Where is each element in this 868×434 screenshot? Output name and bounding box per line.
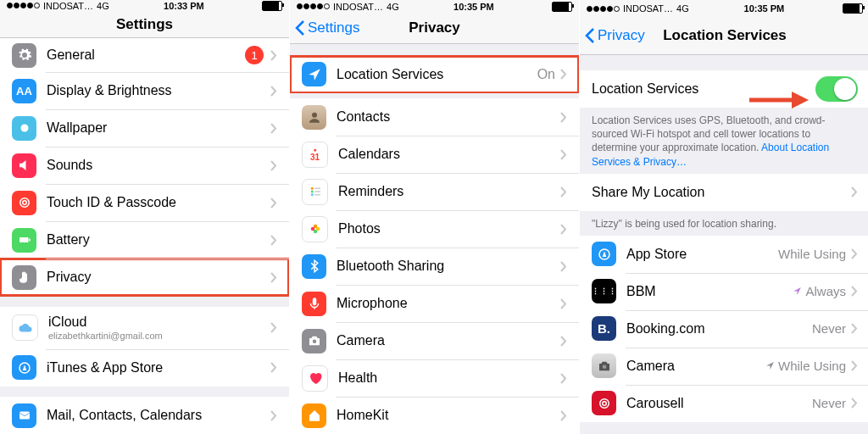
nav-title: Settings bbox=[116, 16, 173, 33]
back-label: Settings bbox=[308, 19, 359, 36]
camera-app-icon bbox=[592, 353, 616, 378]
svg-point-19 bbox=[312, 340, 316, 344]
row-value: Never bbox=[812, 396, 846, 410]
row-label: iTunes & App Store bbox=[47, 360, 270, 376]
cloud-icon bbox=[12, 314, 38, 341]
row-icloud[interactable]: iCloud elizabethkartini@gmail.com bbox=[0, 307, 289, 349]
svg-point-17 bbox=[310, 227, 314, 231]
row-label: Contacts bbox=[337, 109, 560, 125]
row-app-camera[interactable]: Camera While Using bbox=[580, 348, 868, 385]
battery-icon bbox=[262, 1, 282, 11]
row-location-toggle: Location Services bbox=[580, 70, 868, 108]
row-label: General bbox=[47, 47, 245, 63]
row-label: Calendars bbox=[338, 147, 560, 162]
camera-icon bbox=[302, 329, 326, 353]
chevron-right-icon bbox=[270, 410, 277, 421]
chevron-right-icon bbox=[560, 186, 567, 198]
home-icon bbox=[302, 403, 326, 428]
carrier-label: INDOSAT… bbox=[623, 3, 673, 14]
location-toggle[interactable] bbox=[815, 76, 858, 102]
svg-rect-11 bbox=[314, 188, 320, 190]
chevron-right-icon bbox=[270, 362, 277, 373]
back-button[interactable]: Privacy bbox=[585, 27, 645, 44]
row-value: While Using bbox=[765, 359, 846, 373]
booking-icon: B. bbox=[592, 316, 616, 341]
nav-bar: Settings Privacy bbox=[290, 14, 579, 44]
row-label: iCloud bbox=[48, 314, 270, 330]
row-privacy[interactable]: Privacy bbox=[0, 259, 289, 296]
svg-rect-13 bbox=[314, 194, 320, 196]
row-homekit[interactable]: HomeKit bbox=[290, 397, 579, 434]
battery-row-icon bbox=[12, 228, 36, 253]
row-subtitle: elizabethkartini@gmail.com bbox=[48, 331, 270, 341]
clock: 10:35 PM bbox=[453, 2, 494, 12]
appstore-icon bbox=[592, 242, 616, 266]
row-label: Wallpaper bbox=[47, 120, 270, 136]
svg-point-10 bbox=[310, 193, 313, 196]
heart-icon bbox=[302, 365, 328, 392]
row-camera[interactable]: Camera bbox=[290, 322, 579, 359]
speaker-icon bbox=[12, 153, 36, 178]
row-label: Camera bbox=[337, 333, 560, 348]
row-microphone[interactable]: Microphone bbox=[290, 285, 579, 322]
row-mail[interactable]: Mail, Contacts, Calendars bbox=[0, 397, 289, 434]
svg-point-8 bbox=[310, 187, 313, 190]
row-photos[interactable]: Photos bbox=[290, 210, 579, 248]
toggle-label: Location Services bbox=[592, 81, 815, 97]
row-health[interactable]: Health bbox=[290, 359, 579, 397]
phone-privacy: INDOSAT… 4G 10:35 PM Settings Privacy Lo… bbox=[290, 0, 580, 434]
chevron-right-icon bbox=[851, 186, 858, 198]
row-itunes[interactable]: iTunes & App Store bbox=[0, 349, 289, 387]
row-bluetooth[interactable]: Bluetooth Sharing bbox=[290, 248, 579, 285]
share-footer: "Lizzy" is being used for location shari… bbox=[580, 211, 868, 236]
clock: 10:35 PM bbox=[744, 3, 785, 14]
microphone-icon bbox=[302, 292, 326, 316]
row-sounds[interactable]: Sounds bbox=[0, 147, 289, 184]
row-wallpaper[interactable]: Wallpaper bbox=[0, 109, 289, 147]
badge-icon: 1 bbox=[245, 46, 264, 64]
carrier-label: INDOSAT… bbox=[43, 1, 93, 11]
back-button[interactable]: Settings bbox=[295, 19, 359, 36]
brightness-icon: AA bbox=[12, 79, 36, 103]
fingerprint-icon bbox=[12, 191, 36, 215]
carousell-icon bbox=[592, 391, 616, 415]
chevron-right-icon bbox=[270, 123, 277, 134]
row-label: Health bbox=[338, 370, 560, 386]
row-label: Carousell bbox=[626, 396, 812, 411]
chevron-right-icon bbox=[851, 360, 858, 371]
row-label: Mail, Contacts, Calendars bbox=[47, 408, 270, 423]
status-bar: INDOSAT… 4G 10:33 PM bbox=[0, 0, 289, 12]
row-label: Location Services bbox=[337, 67, 537, 82]
svg-point-7 bbox=[312, 113, 317, 118]
svg-point-0 bbox=[20, 125, 28, 132]
row-label: Privacy bbox=[47, 270, 270, 285]
svg-point-22 bbox=[602, 364, 606, 369]
network-label: 4G bbox=[97, 1, 109, 11]
row-app-appstore[interactable]: App Store While Using bbox=[580, 236, 868, 273]
row-touchid[interactable]: Touch ID & Passcode bbox=[0, 184, 289, 221]
row-label: Bluetooth Sharing bbox=[337, 259, 560, 274]
row-contacts[interactable]: Contacts bbox=[290, 98, 579, 136]
row-general[interactable]: General 1 bbox=[0, 38, 289, 72]
chevron-right-icon bbox=[270, 86, 277, 97]
battery-icon bbox=[552, 2, 572, 12]
svg-point-24 bbox=[602, 402, 606, 406]
row-calendars[interactable]: ●31 Calendars bbox=[290, 136, 579, 173]
signal-dots-icon bbox=[7, 3, 40, 8]
reminders-icon bbox=[302, 179, 328, 205]
row-app-bbm[interactable]: ⋮⋮⋮ BBM Always bbox=[580, 273, 868, 310]
chevron-right-icon bbox=[270, 50, 277, 61]
row-display[interactable]: AA Display & Brightness bbox=[0, 72, 289, 109]
row-share-location[interactable]: Share My Location bbox=[580, 174, 868, 211]
row-reminders[interactable]: Reminders bbox=[290, 173, 579, 210]
signal-dots-icon bbox=[587, 6, 620, 12]
row-app-carousell[interactable]: Carousell Never bbox=[580, 385, 868, 422]
chevron-right-icon bbox=[560, 261, 567, 272]
location-description: Location Services uses GPS, Bluetooth, a… bbox=[580, 108, 868, 174]
row-location-services[interactable]: Location Services On bbox=[290, 56, 579, 93]
row-battery[interactable]: Battery bbox=[0, 221, 289, 259]
chevron-right-icon bbox=[560, 336, 567, 347]
battery-icon bbox=[843, 3, 863, 14]
chevron-right-icon bbox=[851, 398, 858, 409]
row-app-booking[interactable]: B. Booking.com Never bbox=[580, 310, 868, 348]
